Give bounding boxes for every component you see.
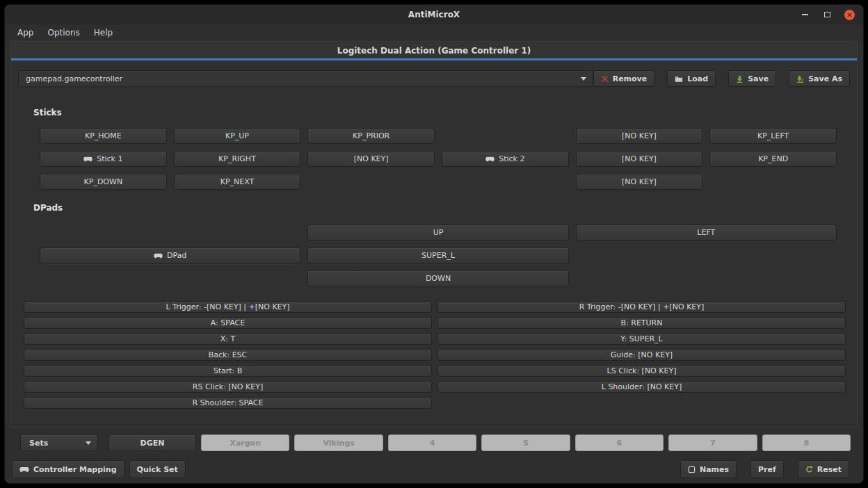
- close-icon: [844, 10, 855, 20]
- names-label: Names: [700, 465, 729, 474]
- dpad-up-button[interactable]: UP: [307, 225, 568, 241]
- refresh-icon: [805, 466, 813, 473]
- stick1-up-right-button[interactable]: KP_PRIOR: [307, 128, 435, 144]
- set-tab-4[interactable]: 4: [388, 434, 476, 451]
- minimize-button[interactable]: [796, 6, 813, 23]
- dpad-left-button[interactable]: LEFT: [576, 225, 837, 241]
- profile-select[interactable]: gamepad.gamecontroller: [18, 70, 593, 87]
- save-icon: [736, 75, 744, 83]
- set-tab-5[interactable]: 5: [481, 434, 570, 451]
- set-tab-3[interactable]: Vikings: [294, 434, 383, 451]
- ls-click-button[interactable]: LS Click: [NO KEY]: [437, 365, 846, 377]
- menu-options[interactable]: Options: [42, 26, 85, 40]
- guide-button[interactable]: Guide: [NO KEY]: [437, 349, 846, 361]
- y-button[interactable]: Y: SUPER_L: [437, 333, 846, 345]
- menu-help[interactable]: Help: [88, 26, 118, 40]
- stick1-down-left-button[interactable]: KP_END: [709, 151, 837, 167]
- r-trigger-button[interactable]: R Trigger: -[NO KEY] | +[NO KEY]: [437, 301, 846, 313]
- stick2-right-button[interactable]: [NO KEY]: [576, 151, 703, 167]
- sticks-heading: Sticks: [33, 108, 62, 117]
- dpads-heading: DPads: [33, 203, 63, 213]
- button-mapping-list: L Trigger: -[NO KEY] | +[NO KEY] A: SPAC…: [24, 301, 846, 409]
- pref-button[interactable]: Pref: [750, 460, 784, 478]
- l-shoulder-button[interactable]: L Shoulder: [NO KEY]: [437, 381, 846, 393]
- app-window: AntiMicroX App Options Help Logitech Dua…: [4, 4, 864, 484]
- stick2-up-button[interactable]: [NO KEY]: [576, 128, 703, 144]
- save-button-label: Save: [748, 74, 769, 83]
- quick-set-button[interactable]: Quick Set: [129, 460, 186, 478]
- dpad-label: DPad: [167, 251, 186, 260]
- sets-select-label: Sets: [29, 439, 48, 448]
- chevron-down-icon: [581, 77, 586, 81]
- a-button[interactable]: A: SPACE: [24, 317, 432, 329]
- stick1-label: Stick 1: [97, 154, 122, 163]
- set-tab-1[interactable]: DGEN: [108, 434, 196, 451]
- minimize-icon: [802, 14, 808, 15]
- close-button[interactable]: [841, 6, 858, 23]
- gamepad-icon: [19, 466, 29, 473]
- names-icon: [688, 466, 696, 473]
- names-button[interactable]: Names: [680, 460, 737, 478]
- save-as-button-label: Save As: [808, 74, 842, 83]
- reset-button[interactable]: Reset: [798, 460, 849, 478]
- titlebar[interactable]: AntiMicroX: [5, 5, 863, 24]
- dpad-right-button[interactable]: SUPER_L: [307, 247, 568, 263]
- footer-right-group: Names Pref Reset: [680, 460, 849, 478]
- footer-bar: Controller Mapping Quick Set Names Pref …: [12, 460, 849, 478]
- quick-set-label: Quick Set: [137, 465, 178, 474]
- window-controls: [796, 5, 858, 24]
- stick1-button[interactable]: Stick 1: [40, 151, 167, 167]
- stick2-left-button[interactable]: [NO KEY]: [307, 151, 435, 167]
- profile-row: gamepad.gamecontroller Remove Load Save: [18, 70, 850, 87]
- sets-select[interactable]: Sets: [20, 434, 98, 451]
- controller-mapping-button[interactable]: Controller Mapping: [12, 460, 124, 478]
- back-button[interactable]: Back: ESC: [24, 349, 432, 361]
- mapping-column-right: R Trigger: -[NO KEY] | +[NO KEY] B: RETU…: [437, 301, 846, 393]
- r-shoulder-button[interactable]: R Shoulder: SPACE: [24, 397, 432, 409]
- gamepad-icon: [83, 156, 93, 162]
- maximize-button[interactable]: [819, 6, 835, 23]
- controller-mapping-label: Controller Mapping: [33, 465, 117, 474]
- gamepad-icon: [485, 156, 495, 162]
- window-title: AntiMicroX: [5, 5, 863, 24]
- set-tab-2[interactable]: Xargon: [201, 434, 289, 451]
- start-button[interactable]: Start: B: [24, 365, 432, 377]
- rs-click-button[interactable]: RS Click: [NO KEY]: [24, 381, 432, 393]
- menubar: App Options Help: [5, 24, 863, 41]
- folder-icon: [675, 75, 683, 83]
- reset-label: Reset: [817, 465, 842, 474]
- set-tab-7[interactable]: 7: [668, 434, 757, 451]
- stick2-button[interactable]: Stick 2: [442, 151, 569, 167]
- gamepad-icon: [154, 253, 163, 259]
- maximize-icon: [824, 12, 830, 17]
- x-button[interactable]: X: T: [24, 333, 432, 345]
- remove-icon: [601, 75, 609, 83]
- save-as-button[interactable]: Save As: [789, 70, 850, 87]
- load-button-label: Load: [687, 74, 708, 83]
- stick1-down-right-button[interactable]: KP_NEXT: [174, 174, 301, 190]
- sticks-grid: KP_HOME KP_UP KP_PRIOR [NO KEY] KP_LEFT …: [40, 128, 837, 190]
- profile-select-value: gamepad.gamecontroller: [26, 74, 122, 83]
- remove-button-label: Remove: [613, 74, 648, 83]
- stick2-down-button[interactable]: [NO KEY]: [576, 174, 703, 190]
- b-button[interactable]: B: RETURN: [437, 317, 846, 329]
- stick1-down-button[interactable]: KP_DOWN: [40, 174, 167, 190]
- stick1-up-left-button[interactable]: KP_HOME: [40, 128, 167, 144]
- menu-app[interactable]: App: [12, 26, 39, 40]
- dpad-button[interactable]: DPad: [40, 247, 300, 263]
- set-tab-8[interactable]: 8: [762, 434, 851, 451]
- l-trigger-button[interactable]: L Trigger: -[NO KEY] | +[NO KEY]: [24, 301, 432, 313]
- stick1-up-button[interactable]: KP_UP: [174, 128, 301, 144]
- chevron-down-icon: [86, 441, 91, 445]
- save-as-icon: [796, 75, 804, 83]
- load-button[interactable]: Load: [667, 70, 716, 87]
- stick1-right-button[interactable]: KP_RIGHT: [174, 151, 301, 167]
- set-tab-6[interactable]: 6: [575, 434, 664, 451]
- remove-button[interactable]: Remove: [593, 70, 655, 87]
- dpad-grid: UP LEFT DPad SUPER_L DOWN: [40, 225, 837, 286]
- tab-controller[interactable]: Logitech Dual Action (Game Controller 1): [11, 42, 857, 60]
- save-button[interactable]: Save: [728, 70, 776, 87]
- stick1-left-button[interactable]: KP_LEFT: [709, 128, 837, 144]
- dpad-down-button[interactable]: DOWN: [307, 270, 568, 286]
- profile-actions: Remove Load Save Save As: [593, 70, 850, 87]
